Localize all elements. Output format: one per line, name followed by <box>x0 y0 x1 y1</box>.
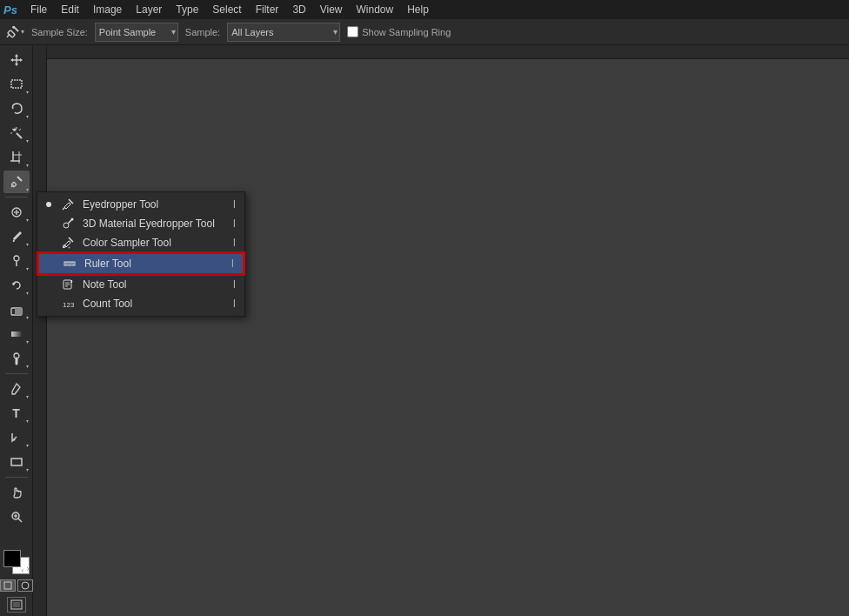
svg-line-2 <box>7 34 10 37</box>
shape-tool-btn[interactable]: ▾ <box>3 451 30 473</box>
count-shortcut: I <box>233 298 236 310</box>
pen-tool-btn[interactable]: ▾ <box>3 378 30 400</box>
ruler-label: Ruler Tool <box>84 258 224 270</box>
context-menu: Eyedropper Tool I 3D Material Eyedropper… <box>37 191 245 317</box>
sample-select[interactable]: All Layers Current Layer Current & Below <box>227 23 340 42</box>
screen-mode-icon <box>10 599 23 610</box>
menu-select[interactable]: Select <box>206 2 247 17</box>
magic-wand-tool-btn[interactable]: ▾ <box>3 122 30 144</box>
empty-bullet <box>46 240 51 245</box>
ctx-count[interactable]: 123 Count Tool I <box>37 294 244 313</box>
note-ctx-icon <box>60 278 76 291</box>
svg-rect-21 <box>15 308 22 315</box>
count-ctx-icon: 123 <box>60 298 76 310</box>
color-sampler-ctx-icon: + <box>60 237 76 249</box>
toolbar-divider-3 <box>5 477 28 478</box>
toolbar: ▾ ▾ ▾ ▾ ▾ <box>0 45 33 616</box>
eraser-tool-btn[interactable]: ▾ <box>3 298 30 321</box>
menu-window[interactable]: Window <box>351 2 400 17</box>
svg-point-32 <box>22 582 29 589</box>
lasso-tool-btn[interactable]: ▾ <box>3 97 30 120</box>
sub-arrow: ▾ <box>26 89 29 95</box>
ctx-ruler[interactable]: Ruler Tool I <box>37 252 244 275</box>
menu-help[interactable]: Help <box>401 2 435 17</box>
options-bar: ▾ Sample Size: Point Sample 3 by 3 Avera… <box>0 19 849 45</box>
gradient-tool-btn[interactable]: ▾ <box>3 323 30 345</box>
foreground-color-swatch[interactable] <box>3 550 21 567</box>
standard-mode-btn[interactable] <box>0 579 16 592</box>
svg-point-3 <box>12 25 15 28</box>
sub-arrow: ▾ <box>26 338 29 345</box>
svg-rect-4 <box>11 80 22 88</box>
hand-tool-btn[interactable] <box>3 481 30 504</box>
zoom-tool-btn[interactable] <box>3 506 30 528</box>
sub-arrow: ▾ <box>26 113 29 119</box>
quick-mask-icon <box>21 581 30 590</box>
ctx-eyedropper[interactable]: Eyedropper Tool I <box>37 195 244 214</box>
dodge-icon <box>10 352 23 365</box>
svg-rect-34 <box>13 602 20 607</box>
marquee-tool-btn[interactable]: ▾ <box>3 73 30 96</box>
eyedropper-label: Eyedropper Tool <box>83 198 226 211</box>
crop-icon <box>10 151 23 164</box>
history-brush-btn[interactable]: ▾ <box>3 274 30 297</box>
brush-tool-btn[interactable]: ▾ <box>3 225 30 248</box>
svg-rect-26 <box>11 459 22 465</box>
crop-tool-btn[interactable]: ▾ <box>3 146 30 169</box>
svg-line-28 <box>18 519 22 522</box>
empty-bullet <box>46 301 51 306</box>
menu-3d[interactable]: 3D <box>286 2 311 17</box>
ctx-note[interactable]: Note Tool I <box>37 275 244 294</box>
clone-tool-btn[interactable]: ▾ <box>3 250 30 272</box>
3d-eyedropper-ctx-icon <box>60 218 76 230</box>
menu-edit[interactable]: Edit <box>55 2 85 17</box>
sub-arrow: ▾ <box>26 186 29 192</box>
menu-image[interactable]: Image <box>87 2 128 17</box>
svg-line-36 <box>63 208 65 211</box>
menu-view[interactable]: View <box>314 2 349 17</box>
svg-point-17 <box>14 256 19 261</box>
svg-point-39 <box>71 218 74 221</box>
heal-tool-btn[interactable]: ▾ <box>3 201 30 224</box>
quick-mask-btn[interactable] <box>17 579 33 592</box>
screen-mode-btn[interactable] <box>7 597 26 613</box>
zoom-icon <box>10 510 23 524</box>
sample-label: Sample: <box>185 27 220 37</box>
svg-line-5 <box>17 133 22 138</box>
sub-arrow: ▾ <box>26 162 29 168</box>
eyedropper-tool-btn[interactable]: ▾ <box>3 171 30 193</box>
menu-layer[interactable]: Layer <box>130 2 168 17</box>
path-select-btn[interactable]: ▾ <box>3 426 30 449</box>
show-sampling-ring-checkbox[interactable] <box>347 26 358 37</box>
swap-colors-icon[interactable] <box>21 566 30 574</box>
empty-bullet <box>46 221 51 226</box>
eraser-icon <box>10 303 23 317</box>
menu-type[interactable]: Type <box>170 2 204 17</box>
empty-bullet <box>48 261 53 266</box>
sub-arrow: ▾ <box>26 314 29 320</box>
ctx-3d-eyedropper[interactable]: 3D Material Eyedropper Tool I <box>37 214 244 233</box>
mode-buttons <box>0 579 33 592</box>
active-tool-icon[interactable]: ▾ <box>5 23 24 42</box>
active-bullet <box>46 202 51 207</box>
type-tool-btn[interactable]: T ▾ <box>3 402 30 425</box>
show-sampling-ring-label[interactable]: Show Sampling Ring <box>347 26 451 37</box>
color-sampler-shortcut: I <box>233 237 236 249</box>
dodge-tool-btn[interactable]: ▾ <box>3 347 30 370</box>
type-icon: T <box>12 406 20 420</box>
move-tool-btn[interactable] <box>3 49 30 71</box>
app-logo: Ps <box>3 3 17 17</box>
ctx-color-sampler[interactable]: + Color Sampler Tool I <box>37 233 244 252</box>
eyedropper-shortcut: I <box>233 198 236 211</box>
3d-eyedropper-shortcut: I <box>233 218 236 230</box>
3d-eyedropper-label: 3D Material Eyedropper Tool <box>83 218 226 230</box>
hand-icon <box>10 485 23 499</box>
menu-file[interactable]: File <box>24 2 53 17</box>
menu-filter[interactable]: Filter <box>250 2 285 17</box>
sub-arrow: ▾ <box>26 241 29 247</box>
sample-size-select[interactable]: Point Sample 3 by 3 Average 5 by 5 Avera… <box>95 23 178 42</box>
svg-rect-31 <box>4 582 11 589</box>
eyedropper-icon <box>10 175 23 189</box>
color-swatches <box>3 550 30 574</box>
menu-bar: Ps File Edit Image Layer Type Select Fil… <box>0 0 849 19</box>
